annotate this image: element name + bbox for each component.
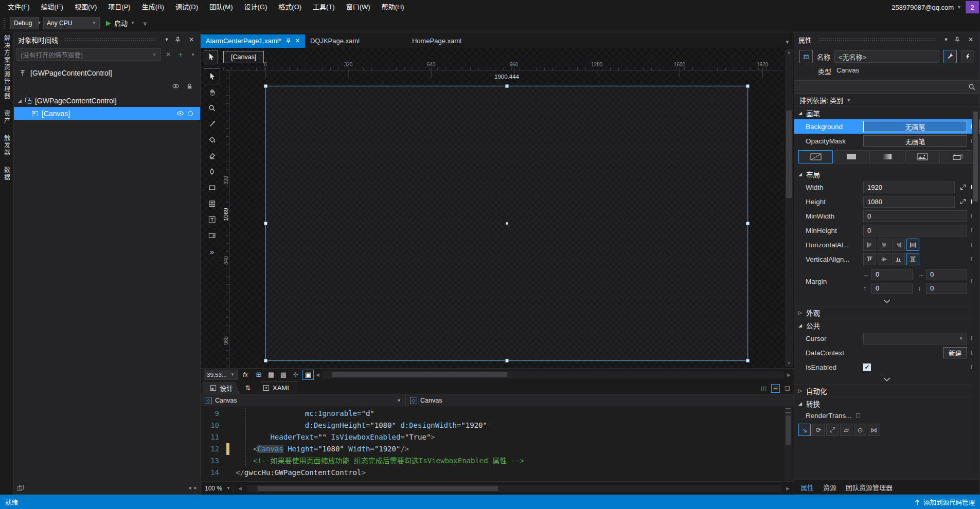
scope-up-row[interactable]: [GWPageContentControl]	[14, 66, 200, 80]
scroll-up-icon[interactable]: ▲	[785, 49, 793, 56]
width-input[interactable]: 1920	[863, 181, 955, 193]
designer-zoom-dropdown[interactable]: 39.53... ▼	[204, 370, 238, 380]
new-storyboard-button[interactable]: +	[175, 49, 186, 60]
section-layout[interactable]: ◢ 布局	[794, 168, 979, 180]
selection-tool-button[interactable]	[204, 50, 218, 64]
snap-to-snaplines-button[interactable]: ▩	[278, 370, 289, 380]
align-center-button[interactable]	[878, 239, 890, 251]
resize-handle-se[interactable]	[746, 359, 750, 362]
tab-overflow-chevron[interactable]: ▼	[785, 40, 794, 48]
property-row-background[interactable]: Background 无画笔	[794, 119, 979, 134]
close-storyboard-button[interactable]: ✕	[163, 49, 173, 60]
panel-tab-属性[interactable]: 属性	[800, 482, 814, 492]
resize-handle-w[interactable]	[264, 222, 268, 225]
platform-dropdown[interactable]: Any CPU ▼	[43, 17, 100, 29]
set-auto-icon[interactable]	[959, 198, 967, 205]
resize-handle-sw[interactable]	[264, 359, 268, 362]
align-bottom-button[interactable]	[892, 253, 905, 265]
menu-item[interactable]: 文件(F)	[2, 0, 35, 14]
menu-item[interactable]: 设计(G)	[239, 0, 273, 14]
add-to-source-control-button[interactable]: 添加到源代码管理	[914, 497, 975, 507]
menu-item[interactable]: 编辑(E)	[35, 0, 69, 14]
scrollbar-thumb[interactable]	[332, 372, 507, 377]
section-brushes[interactable]: ◢ 画笔	[794, 107, 979, 119]
properties-mode-button[interactable]	[943, 50, 957, 63]
account-button[interactable]: 258979087@qq.com ▼	[892, 4, 961, 11]
chevron-down-icon[interactable]: ▼	[397, 398, 401, 403]
panel-drag-area[interactable]	[818, 38, 935, 42]
eyedropper-tool[interactable]	[204, 116, 220, 132]
menu-item[interactable]: 窗口(W)	[341, 0, 376, 14]
code-line[interactable]: 11 HeaderText="" IsViewboxEnabled="True"…	[201, 431, 794, 443]
pan-tool[interactable]	[204, 84, 220, 100]
opacitymask-value-box[interactable]: 无画笔	[863, 135, 967, 147]
scroll-left-icon[interactable]: ◀	[316, 372, 319, 377]
code-line[interactable]: 14</gwccHu:GWPageContentControl>	[201, 467, 794, 479]
editor-horizontal-scrollbar[interactable]	[247, 485, 781, 492]
align-stretch-button[interactable]	[906, 239, 919, 251]
menu-item[interactable]: 项目(P)	[102, 0, 136, 14]
scrollbar-thumb[interactable]	[786, 111, 792, 198]
scroll-right-icon[interactable]: ▶	[786, 486, 790, 491]
menu-item[interactable]: 调试(D)	[170, 0, 204, 14]
menu-item[interactable]: 格式(O)	[273, 0, 307, 14]
cursor-dropdown[interactable]: ▼	[863, 333, 967, 344]
split-view-icon[interactable]	[17, 484, 24, 492]
skew-transform[interactable]: ▱	[840, 424, 852, 436]
align-left-button[interactable]	[863, 239, 876, 251]
lock-toggle-icon[interactable]	[188, 111, 193, 116]
designer-vertical-scrollbar[interactable]: ▲ ▼	[785, 49, 793, 367]
solid-brush-tab[interactable]	[834, 150, 868, 163]
tab-design-view[interactable]: 设计	[203, 381, 240, 394]
property-row-opacitymask[interactable]: OpacityMask 无画笔	[794, 134, 979, 148]
code-line[interactable]: 10 d:DesignHeight="1080" d:DesignWidth="…	[201, 420, 794, 431]
center-point-dot[interactable]	[506, 222, 508, 225]
scrollbar-thumb[interactable]	[973, 112, 978, 202]
margin-bottom-input[interactable]: 0	[926, 283, 967, 294]
property-row-margin[interactable]: Margin ←0 →0 ↑0 ↓0	[794, 266, 979, 296]
image-brush-tab[interactable]	[905, 150, 940, 163]
combobox-tool[interactable]	[204, 228, 220, 244]
horizontal-split-button[interactable]: ⊟	[771, 384, 780, 393]
eye-icon[interactable]	[171, 83, 180, 89]
eye-icon[interactable]	[176, 110, 185, 117]
expand-pane-button[interactable]: ❏	[783, 384, 792, 393]
section-transform[interactable]: ◢ 转换	[794, 397, 979, 409]
margin-top-input[interactable]: 0	[871, 283, 913, 294]
breadcrumb-right-pane[interactable]: ◇ Canvas	[406, 394, 446, 406]
align-stretch-button[interactable]	[906, 253, 919, 265]
expand-more-chevron[interactable]	[794, 296, 979, 306]
properties-search[interactable]	[794, 80, 979, 94]
scrollbar-thumb[interactable]	[258, 486, 498, 491]
panel-tab-资源[interactable]: 资源	[823, 482, 836, 492]
property-row-height[interactable]: Height 1080	[794, 194, 979, 209]
pin-icon[interactable]	[286, 38, 291, 44]
document-tab[interactable]: DQJKPage.xaml	[305, 34, 407, 48]
property-row-cursor[interactable]: Cursor ▼	[794, 331, 979, 346]
layout-grid-tool[interactable]	[204, 196, 220, 212]
expand-more-chevron[interactable]	[794, 374, 979, 385]
splitter-grip-icon[interactable]	[786, 408, 791, 413]
scroll-left-icon[interactable]: ◀	[238, 486, 242, 491]
events-mode-button[interactable]	[961, 50, 974, 63]
section-appearance[interactable]: ▷ 外观	[794, 306, 979, 319]
brush-resource-tab[interactable]	[941, 150, 975, 163]
properties-scrollbar[interactable]	[972, 110, 979, 474]
gradient-brush-tab[interactable]	[869, 150, 904, 163]
menu-item[interactable]: 工具(T)	[307, 0, 341, 14]
lock-icon[interactable]	[186, 83, 193, 89]
effects-toggle-button[interactable]: fx	[240, 370, 251, 380]
textblock-tool[interactable]	[204, 212, 220, 228]
toolbar-overflow-button[interactable]: —▼	[141, 20, 149, 27]
property-row-width[interactable]: Width 1920	[794, 180, 979, 194]
panel-menu-icon[interactable]: ▼	[941, 37, 951, 42]
scale-transform[interactable]: ⤢	[826, 424, 839, 436]
center-point-transform[interactable]: ⊙	[854, 424, 866, 436]
vertical-split-button[interactable]: ◫	[759, 384, 768, 393]
paint-bucket-tool[interactable]	[204, 132, 220, 148]
pin-icon[interactable]	[954, 37, 963, 43]
editor-zoom-dropdown[interactable]: 100 % ▼	[205, 485, 234, 492]
swap-panes-button[interactable]: ⇅	[241, 381, 255, 394]
close-icon[interactable]: ✕	[295, 38, 300, 44]
translate-transform[interactable]: ↘	[798, 424, 811, 436]
